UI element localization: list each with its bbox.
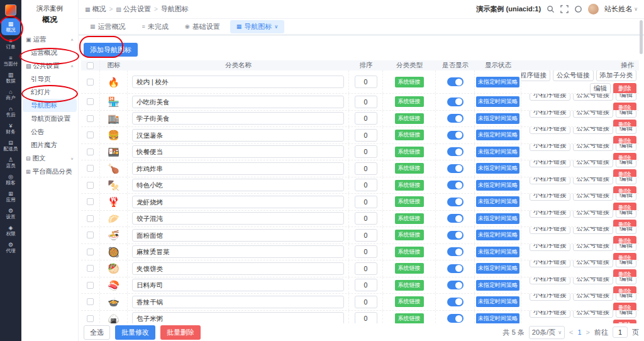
miniprogram-link-button[interactable]: 小程序链接 (530, 94, 570, 101)
next-page-button[interactable]: > (586, 328, 590, 336)
edit-button[interactable]: 编辑 (616, 211, 636, 218)
tab-运营概况[interactable]: ▦运营概况 (84, 20, 132, 33)
miniprogram-link-button[interactable]: 小程序链接 (521, 70, 550, 81)
rail-item-courier[interactable]: ⊟配送员 (0, 137, 21, 154)
delete-button[interactable]: 删除 (613, 220, 636, 226)
miniprogram-link-button[interactable]: 小程序链接 (530, 260, 570, 267)
row-checkbox[interactable] (87, 315, 94, 322)
sort-input[interactable]: 0 (355, 196, 377, 208)
delete-button[interactable]: 删除 (613, 253, 636, 260)
rail-item-settings[interactable]: ⚙设置 (0, 205, 21, 222)
tab-导航图标[interactable]: ▦导航图标∨ (230, 20, 284, 33)
show-toggle[interactable] (447, 198, 464, 206)
delete-button[interactable]: 删除 (613, 83, 636, 94)
show-toggle[interactable] (447, 98, 464, 106)
official-account-link-button[interactable]: 公众号链接 (573, 127, 614, 134)
edit-button[interactable]: 编辑 (616, 294, 636, 301)
official-account-link-button[interactable]: 公众号链接 (573, 160, 614, 167)
sidebar-item[interactable]: 公告 (21, 125, 78, 138)
sidebar-item[interactable]: ▨公共设置∧ (21, 59, 78, 72)
sort-input[interactable]: 0 (355, 245, 377, 258)
row-checkbox[interactable] (87, 198, 94, 205)
miniprogram-link-button[interactable]: 小程序链接 (530, 194, 570, 201)
goto-page-input[interactable] (613, 327, 628, 338)
miniprogram-link-button[interactable]: 小程序链接 (530, 144, 570, 151)
vertical-scrollbar[interactable] (640, 20, 643, 54)
sort-input[interactable]: 0 (355, 179, 377, 191)
rail-item-clerk[interactable]: ♙店员 (0, 154, 21, 171)
search-icon[interactable] (547, 5, 555, 13)
row-checkbox[interactable] (87, 282, 94, 289)
sort-input[interactable]: 0 (355, 162, 377, 175)
edit-button[interactable]: 编辑 (616, 144, 636, 151)
bulk-delete-button[interactable]: 批量删除 (160, 325, 201, 340)
rail-item-merchant[interactable]: ⌂商户 (0, 86, 21, 103)
sort-input[interactable]: 0 (355, 129, 377, 142)
official-account-link-button[interactable]: 公众号链接 (573, 144, 614, 151)
miniprogram-link-button[interactable]: 小程序链接 (530, 127, 570, 134)
delete-button[interactable]: 删除 (613, 236, 636, 243)
official-account-link-button[interactable]: 公众号链接 (573, 94, 614, 101)
category-name-input[interactable]: 麻辣烫冒菜 (132, 245, 344, 258)
category-name-input[interactable]: 特色小吃 (132, 179, 344, 191)
row-checkbox[interactable] (87, 148, 94, 155)
show-toggle[interactable] (447, 214, 464, 223)
row-checkbox[interactable] (87, 298, 94, 305)
sidebar-item[interactable]: 引导页 (21, 72, 78, 86)
sidebar-item[interactable]: 运营概况 (21, 46, 78, 59)
show-toggle[interactable] (447, 264, 464, 273)
edit-button[interactable]: 编辑 (616, 111, 636, 118)
row-checkbox[interactable] (87, 182, 94, 189)
tab-未完成[interactable]: ≡未完成 (136, 20, 175, 33)
refresh-icon[interactable] (574, 5, 582, 13)
sidebar-item[interactable]: ⊟图文∨ (21, 152, 78, 165)
show-toggle[interactable] (447, 314, 464, 323)
edit-button[interactable]: 编辑 (616, 127, 636, 134)
row-checkbox[interactable] (87, 79, 94, 86)
add-nav-icon-button[interactable]: 添加导航图标 (84, 43, 138, 57)
row-checkbox[interactable] (87, 115, 94, 122)
category-name-input[interactable]: 香辣干锅 (132, 296, 344, 308)
official-account-link-button[interactable]: 公众号链接 (553, 70, 594, 81)
row-checkbox[interactable] (87, 232, 94, 238)
miniprogram-link-button[interactable]: 小程序链接 (530, 227, 570, 234)
category-name-input[interactable]: 夹馍饼类 (132, 262, 344, 275)
app-logo[interactable] (5, 4, 16, 16)
show-toggle[interactable] (447, 298, 464, 306)
official-account-link-button[interactable]: 公众号链接 (573, 177, 614, 184)
edit-button[interactable]: 编辑 (616, 194, 636, 201)
sort-input[interactable]: 0 (355, 296, 377, 308)
rail-item-finance[interactable]: ¥财务 (0, 120, 21, 137)
edit-button[interactable]: 编辑 (616, 160, 636, 167)
edit-button[interactable]: 编辑 (616, 260, 636, 267)
delete-button[interactable]: 删除 (613, 120, 636, 126)
rail-item-agent[interactable]: ⚙代理 (0, 239, 21, 256)
fullscreen-icon[interactable] (560, 5, 569, 13)
sort-input[interactable]: 0 (355, 279, 377, 291)
sidebar-item[interactable]: ⊞平台商品分类 (21, 165, 78, 178)
sidebar-item[interactable]: 幻灯片 (21, 86, 78, 99)
miniprogram-link-button[interactable]: 小程序链接 (530, 311, 570, 318)
category-name-input[interactable]: 快餐便当 (132, 145, 344, 158)
official-account-link-button[interactable]: 公众号链接 (573, 194, 614, 201)
edit-button[interactable]: 编辑 (616, 277, 636, 284)
miniprogram-link-button[interactable]: 小程序链接 (530, 294, 570, 301)
sort-input[interactable]: 0 (355, 145, 377, 158)
show-toggle[interactable] (447, 247, 464, 256)
breadcrumb-item[interactable]: ▦概况 (85, 4, 106, 14)
select-all-button[interactable]: 全选 (84, 325, 110, 340)
rail-item-orders[interactable]: ≡订单 (0, 35, 21, 52)
sort-input[interactable]: 0 (355, 212, 377, 225)
miniprogram-link-button[interactable]: 小程序链接 (530, 277, 570, 284)
edit-button[interactable]: 编辑 (616, 177, 636, 184)
rail-item-facepay[interactable]: ≡当面付 (0, 52, 21, 69)
select-all-checkbox[interactable] (87, 62, 94, 69)
row-checkbox[interactable] (87, 215, 94, 222)
official-account-link-button[interactable]: 公众号链接 (573, 294, 614, 301)
current-page[interactable]: 1 (577, 328, 581, 336)
delete-button[interactable]: 删除 (613, 203, 636, 210)
edit-button[interactable]: 编辑 (616, 244, 636, 251)
category-name-input[interactable]: 校内 | 校外 (132, 75, 344, 88)
rail-item-customer[interactable]: ◎顾客 (0, 171, 21, 188)
show-toggle[interactable] (447, 77, 464, 86)
